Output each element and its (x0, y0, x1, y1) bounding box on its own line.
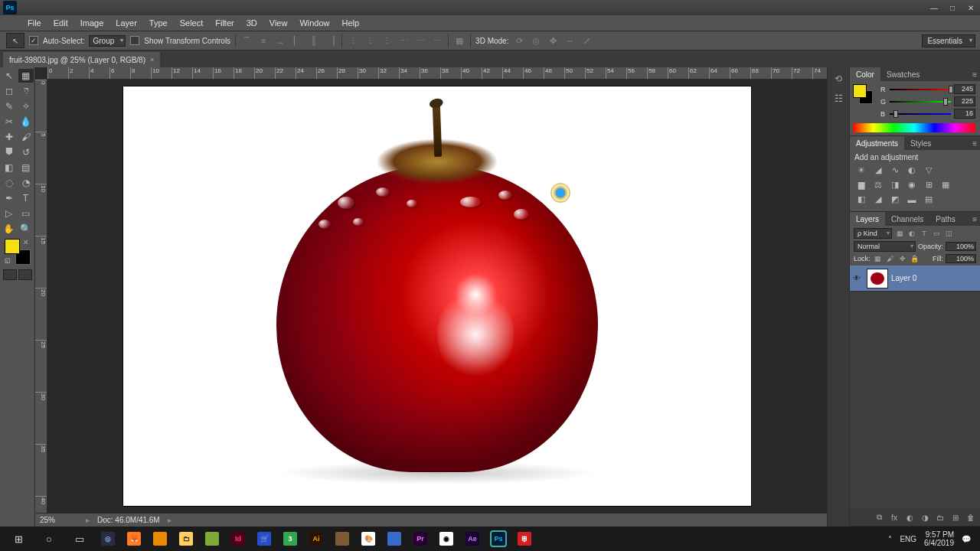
document-tab[interactable]: fruit-39803.jpg @ 25% (Layer 0, RGB/8) × (3, 52, 160, 67)
distribute-vcenter-icon[interactable]: ⋮ (364, 34, 376, 47)
quick-select-tool[interactable]: ✎ (2, 99, 17, 113)
shape-tool[interactable]: ▭ (18, 207, 34, 220)
quick-mask-toggle[interactable] (3, 269, 17, 280)
type-tool[interactable]: T (18, 191, 34, 205)
gradient-map-adjustment-icon[interactable]: ▬ (905, 194, 919, 205)
zoom-flyout-icon[interactable]: ▸ (86, 516, 90, 524)
color-tab[interactable]: Color (850, 67, 880, 81)
color-lookup-adjustment-icon[interactable]: ▦ (939, 179, 952, 191)
taskbar-app[interactable] (153, 532, 167, 546)
auto-select-checkbox[interactable] (29, 36, 38, 45)
blend-mode-dropdown[interactable]: Normal (854, 241, 916, 252)
menu-image[interactable]: Image (74, 18, 110, 28)
doc-info-flyout-icon[interactable]: ▸ (168, 516, 172, 524)
panel-menu-icon[interactable]: ≡ (969, 136, 980, 150)
lock-all-icon[interactable]: 🔒 (910, 254, 920, 263)
menu-layer[interactable]: Layer (109, 18, 143, 28)
exposure-adjustment-icon[interactable]: ◐ (905, 165, 919, 176)
hand-tool[interactable]: ✋ (2, 222, 17, 236)
adjustment-layer-icon[interactable]: ◑ (919, 512, 931, 523)
taskbar-premiere[interactable]: Pr (413, 532, 427, 546)
filter-type-icon[interactable]: T (919, 229, 929, 238)
distribute-bottom-icon[interactable]: ⋮ (381, 34, 393, 47)
history-panel-icon[interactable]: ⟲ (831, 72, 846, 86)
3d-zoom-icon[interactable]: ⤢ (580, 34, 593, 47)
close-button[interactable]: ✕ (962, 1, 980, 15)
hue-adjustment-icon[interactable]: ▆ (854, 179, 868, 191)
taskbar-app[interactable]: ◎ (101, 532, 115, 546)
3d-roll-icon[interactable]: ◎ (530, 34, 542, 47)
menu-file[interactable]: File (21, 18, 47, 28)
lasso-tool[interactable]: ా (18, 84, 34, 98)
menu-type[interactable]: Type (143, 18, 174, 28)
zoom-tool[interactable]: 🔍 (18, 222, 34, 236)
show-transform-checkbox[interactable] (130, 36, 139, 45)
color-slider[interactable] (890, 99, 951, 105)
task-view-button[interactable]: ▭ (64, 528, 95, 549)
taskbar-app[interactable]: 3 (283, 532, 297, 546)
canvas-area[interactable] (47, 80, 827, 513)
taskbar-app[interactable]: ⛨ (518, 532, 531, 546)
taskbar-file-explorer[interactable]: 🗀 (179, 532, 193, 546)
delete-layer-icon[interactable]: 🗑 (965, 512, 977, 523)
document-canvas[interactable] (123, 86, 751, 506)
blur-tool[interactable]: ◌ (2, 176, 17, 190)
taskbar-app[interactable]: 🛒 (257, 532, 271, 546)
taskbar-app[interactable] (335, 532, 349, 546)
lock-transparency-icon[interactable]: ▦ (873, 254, 884, 263)
visibility-toggle-icon[interactable]: 👁 (853, 274, 864, 282)
history-brush-tool[interactable]: ↺ (18, 145, 34, 159)
taskbar-app[interactable]: 🎨 (361, 532, 375, 546)
fill-value[interactable]: 100% (946, 254, 976, 263)
foreground-color-swatch[interactable] (5, 239, 20, 254)
tray-language[interactable]: ENG (900, 535, 916, 543)
eyedropper-tool[interactable]: 💧 (18, 115, 34, 129)
3d-slide-icon[interactable]: ↔ (564, 34, 576, 47)
zoom-level[interactable]: 25% (40, 516, 78, 524)
clone-stamp-tool[interactable]: ⛊ (2, 145, 17, 159)
layer-name[interactable]: Layer 0 (891, 274, 916, 282)
gradient-tool[interactable]: ▤ (18, 161, 34, 174)
color-slider[interactable] (890, 86, 951, 93)
menu-window[interactable]: Window (293, 18, 335, 28)
taskbar-illustrator[interactable]: Ai (309, 532, 323, 546)
filter-adjustment-icon[interactable]: ◐ (906, 229, 917, 238)
color-panel-swatch[interactable] (853, 84, 873, 104)
link-layers-icon[interactable]: ⧉ (873, 512, 885, 523)
slider-value[interactable]: 245 (954, 84, 975, 94)
layer-style-icon[interactable]: fx (888, 512, 900, 523)
auto-select-dropdown[interactable]: Group (89, 35, 126, 47)
channels-tab[interactable]: Channels (885, 212, 929, 226)
align-left-icon[interactable]: ▏ (291, 34, 303, 47)
bw-adjustment-icon[interactable]: ◨ (888, 179, 902, 191)
system-clock[interactable]: 9:57 PM 6/4/2019 (924, 530, 954, 547)
color-spectrum[interactable] (853, 123, 975, 132)
cortana-button[interactable]: ○ (34, 528, 64, 549)
document-info[interactable]: Doc: 46.0M/41.6M (97, 516, 160, 524)
layer-mask-icon[interactable]: ◐ (903, 512, 916, 523)
distribute-hcenter-icon[interactable]: ⋯ (414, 34, 426, 47)
horizontal-ruler[interactable]: 0246810121416182022242628303234363840424… (47, 67, 827, 80)
align-vcenter-icon[interactable]: ≡ (257, 34, 270, 47)
new-layer-icon[interactable]: ⊞ (949, 512, 962, 523)
filter-pixel-icon[interactable]: ▦ (894, 229, 905, 238)
menu-select[interactable]: Select (174, 18, 210, 28)
tray-chevron-icon[interactable]: ˄ (888, 535, 892, 543)
marquee-tool[interactable]: ◻ (2, 84, 17, 98)
filter-smart-icon[interactable]: ◫ (943, 229, 954, 238)
vertical-ruler[interactable]: 0510152025303540 (35, 80, 47, 513)
default-colors-icon[interactable]: ◱ (5, 257, 12, 265)
taskbar-indesign[interactable]: Id (231, 532, 245, 546)
taskbar-app[interactable] (205, 532, 219, 546)
menu-view[interactable]: View (263, 18, 294, 28)
distribute-left-icon[interactable]: ⋯ (397, 34, 410, 47)
menu-filter[interactable]: Filter (209, 18, 240, 28)
dodge-tool[interactable]: ◔ (18, 176, 34, 190)
brightness-adjustment-icon[interactable]: ☀ (854, 165, 868, 176)
vibrance-adjustment-icon[interactable]: ▽ (922, 165, 936, 176)
start-button[interactable]: ⊞ (3, 528, 34, 549)
maximize-button[interactable]: □ (943, 1, 962, 15)
align-top-icon[interactable]: ⎺ (240, 34, 253, 47)
close-tab-icon[interactable]: × (150, 56, 154, 64)
minimize-button[interactable]: — (925, 1, 943, 15)
